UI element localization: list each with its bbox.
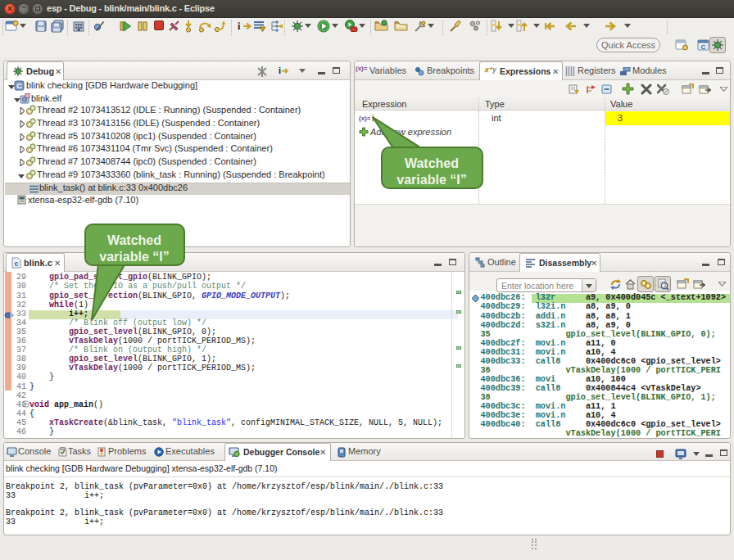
svg-text:Watched: Watched xyxy=(107,233,161,247)
svg-text:Watched: Watched xyxy=(405,156,459,170)
svg-text:variable “I”: variable “I” xyxy=(396,173,466,187)
svg-text:C: C xyxy=(16,82,22,90)
svg-text:C: C xyxy=(701,43,706,51)
svg-text:variable “I”: variable “I” xyxy=(99,250,169,264)
svg-text:c: c xyxy=(14,260,18,268)
